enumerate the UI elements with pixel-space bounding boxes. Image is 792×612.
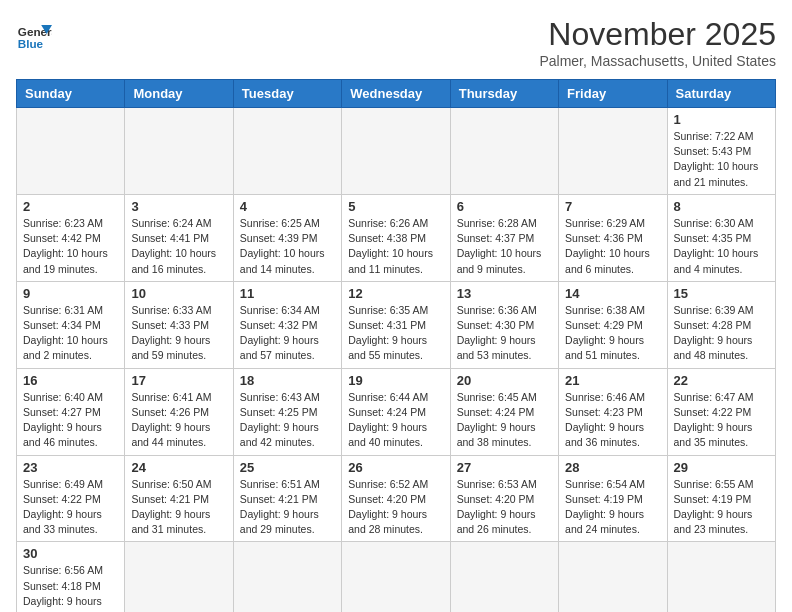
calendar-week-2: 2Sunrise: 6:23 AMSunset: 4:42 PMDaylight… bbox=[17, 194, 776, 281]
cell-content: 22Sunrise: 6:47 AMSunset: 4:22 PMDayligh… bbox=[674, 373, 769, 451]
day-number: 17 bbox=[131, 373, 226, 388]
cell-content: 29Sunrise: 6:55 AMSunset: 4:19 PMDayligh… bbox=[674, 460, 769, 538]
calendar-cell bbox=[559, 108, 667, 195]
day-number: 12 bbox=[348, 286, 443, 301]
calendar-table: SundayMondayTuesdayWednesdayThursdayFrid… bbox=[16, 79, 776, 612]
day-number: 22 bbox=[674, 373, 769, 388]
calendar-cell: 4Sunrise: 6:25 AMSunset: 4:39 PMDaylight… bbox=[233, 194, 341, 281]
day-header-monday: Monday bbox=[125, 80, 233, 108]
day-number: 3 bbox=[131, 199, 226, 214]
day-number: 2 bbox=[23, 199, 118, 214]
calendar-cell bbox=[559, 542, 667, 612]
cell-content: 28Sunrise: 6:54 AMSunset: 4:19 PMDayligh… bbox=[565, 460, 660, 538]
day-number: 26 bbox=[348, 460, 443, 475]
cell-content: 8Sunrise: 6:30 AMSunset: 4:35 PMDaylight… bbox=[674, 199, 769, 277]
calendar-cell: 27Sunrise: 6:53 AMSunset: 4:20 PMDayligh… bbox=[450, 455, 558, 542]
sun-info: Sunrise: 6:43 AMSunset: 4:25 PMDaylight:… bbox=[240, 390, 335, 451]
calendar-cell: 21Sunrise: 6:46 AMSunset: 4:23 PMDayligh… bbox=[559, 368, 667, 455]
day-number: 1 bbox=[674, 112, 769, 127]
day-number: 29 bbox=[674, 460, 769, 475]
day-number: 4 bbox=[240, 199, 335, 214]
day-header-friday: Friday bbox=[559, 80, 667, 108]
calendar-cell: 15Sunrise: 6:39 AMSunset: 4:28 PMDayligh… bbox=[667, 281, 775, 368]
day-number: 11 bbox=[240, 286, 335, 301]
sun-info: Sunrise: 6:25 AMSunset: 4:39 PMDaylight:… bbox=[240, 216, 335, 277]
calendar-cell: 2Sunrise: 6:23 AMSunset: 4:42 PMDaylight… bbox=[17, 194, 125, 281]
sun-info: Sunrise: 6:34 AMSunset: 4:32 PMDaylight:… bbox=[240, 303, 335, 364]
calendar-week-1: 1Sunrise: 7:22 AMSunset: 5:43 PMDaylight… bbox=[17, 108, 776, 195]
cell-content: 11Sunrise: 6:34 AMSunset: 4:32 PMDayligh… bbox=[240, 286, 335, 364]
day-number: 7 bbox=[565, 199, 660, 214]
day-header-sunday: Sunday bbox=[17, 80, 125, 108]
sun-info: Sunrise: 6:47 AMSunset: 4:22 PMDaylight:… bbox=[674, 390, 769, 451]
calendar-cell: 29Sunrise: 6:55 AMSunset: 4:19 PMDayligh… bbox=[667, 455, 775, 542]
sun-info: Sunrise: 6:26 AMSunset: 4:38 PMDaylight:… bbox=[348, 216, 443, 277]
cell-content: 26Sunrise: 6:52 AMSunset: 4:20 PMDayligh… bbox=[348, 460, 443, 538]
calendar-week-6: 30Sunrise: 6:56 AMSunset: 4:18 PMDayligh… bbox=[17, 542, 776, 612]
sun-info: Sunrise: 6:24 AMSunset: 4:41 PMDaylight:… bbox=[131, 216, 226, 277]
calendar-cell bbox=[450, 108, 558, 195]
cell-content: 19Sunrise: 6:44 AMSunset: 4:24 PMDayligh… bbox=[348, 373, 443, 451]
day-number: 20 bbox=[457, 373, 552, 388]
cell-content: 18Sunrise: 6:43 AMSunset: 4:25 PMDayligh… bbox=[240, 373, 335, 451]
sun-info: Sunrise: 6:54 AMSunset: 4:19 PMDaylight:… bbox=[565, 477, 660, 538]
calendar-week-3: 9Sunrise: 6:31 AMSunset: 4:34 PMDaylight… bbox=[17, 281, 776, 368]
cell-content: 14Sunrise: 6:38 AMSunset: 4:29 PMDayligh… bbox=[565, 286, 660, 364]
cell-content: 1Sunrise: 7:22 AMSunset: 5:43 PMDaylight… bbox=[674, 112, 769, 190]
cell-content: 15Sunrise: 6:39 AMSunset: 4:28 PMDayligh… bbox=[674, 286, 769, 364]
sun-info: Sunrise: 6:45 AMSunset: 4:24 PMDaylight:… bbox=[457, 390, 552, 451]
sun-info: Sunrise: 6:35 AMSunset: 4:31 PMDaylight:… bbox=[348, 303, 443, 364]
cell-content: 7Sunrise: 6:29 AMSunset: 4:36 PMDaylight… bbox=[565, 199, 660, 277]
sun-info: Sunrise: 6:31 AMSunset: 4:34 PMDaylight:… bbox=[23, 303, 118, 364]
calendar-cell bbox=[233, 542, 341, 612]
logo: General Blue bbox=[16, 16, 52, 52]
cell-content: 5Sunrise: 6:26 AMSunset: 4:38 PMDaylight… bbox=[348, 199, 443, 277]
calendar-cell: 8Sunrise: 6:30 AMSunset: 4:35 PMDaylight… bbox=[667, 194, 775, 281]
day-number: 21 bbox=[565, 373, 660, 388]
sun-info: Sunrise: 6:51 AMSunset: 4:21 PMDaylight:… bbox=[240, 477, 335, 538]
sun-info: Sunrise: 6:28 AMSunset: 4:37 PMDaylight:… bbox=[457, 216, 552, 277]
day-number: 8 bbox=[674, 199, 769, 214]
calendar-cell: 19Sunrise: 6:44 AMSunset: 4:24 PMDayligh… bbox=[342, 368, 450, 455]
sun-info: Sunrise: 6:29 AMSunset: 4:36 PMDaylight:… bbox=[565, 216, 660, 277]
calendar-cell bbox=[17, 108, 125, 195]
day-number: 24 bbox=[131, 460, 226, 475]
calendar-cell bbox=[667, 542, 775, 612]
calendar-cell: 22Sunrise: 6:47 AMSunset: 4:22 PMDayligh… bbox=[667, 368, 775, 455]
month-title: November 2025 bbox=[539, 16, 776, 53]
sun-info: Sunrise: 6:53 AMSunset: 4:20 PMDaylight:… bbox=[457, 477, 552, 538]
sun-info: Sunrise: 6:44 AMSunset: 4:24 PMDaylight:… bbox=[348, 390, 443, 451]
calendar-cell: 25Sunrise: 6:51 AMSunset: 4:21 PMDayligh… bbox=[233, 455, 341, 542]
calendar-cell: 18Sunrise: 6:43 AMSunset: 4:25 PMDayligh… bbox=[233, 368, 341, 455]
day-number: 30 bbox=[23, 546, 118, 561]
cell-content: 10Sunrise: 6:33 AMSunset: 4:33 PMDayligh… bbox=[131, 286, 226, 364]
sun-info: Sunrise: 6:46 AMSunset: 4:23 PMDaylight:… bbox=[565, 390, 660, 451]
sun-info: Sunrise: 6:50 AMSunset: 4:21 PMDaylight:… bbox=[131, 477, 226, 538]
sun-info: Sunrise: 6:30 AMSunset: 4:35 PMDaylight:… bbox=[674, 216, 769, 277]
calendar-cell: 6Sunrise: 6:28 AMSunset: 4:37 PMDaylight… bbox=[450, 194, 558, 281]
sun-info: Sunrise: 6:40 AMSunset: 4:27 PMDaylight:… bbox=[23, 390, 118, 451]
calendar-cell: 3Sunrise: 6:24 AMSunset: 4:41 PMDaylight… bbox=[125, 194, 233, 281]
cell-content: 17Sunrise: 6:41 AMSunset: 4:26 PMDayligh… bbox=[131, 373, 226, 451]
sun-info: Sunrise: 6:23 AMSunset: 4:42 PMDaylight:… bbox=[23, 216, 118, 277]
cell-content: 13Sunrise: 6:36 AMSunset: 4:30 PMDayligh… bbox=[457, 286, 552, 364]
cell-content: 3Sunrise: 6:24 AMSunset: 4:41 PMDaylight… bbox=[131, 199, 226, 277]
calendar-cell: 26Sunrise: 6:52 AMSunset: 4:20 PMDayligh… bbox=[342, 455, 450, 542]
day-header-thursday: Thursday bbox=[450, 80, 558, 108]
page-header: General Blue November 2025 Palmer, Massa… bbox=[16, 16, 776, 69]
calendar-cell: 5Sunrise: 6:26 AMSunset: 4:38 PMDaylight… bbox=[342, 194, 450, 281]
sun-info: Sunrise: 6:41 AMSunset: 4:26 PMDaylight:… bbox=[131, 390, 226, 451]
calendar-cell: 10Sunrise: 6:33 AMSunset: 4:33 PMDayligh… bbox=[125, 281, 233, 368]
cell-content: 6Sunrise: 6:28 AMSunset: 4:37 PMDaylight… bbox=[457, 199, 552, 277]
calendar-cell: 13Sunrise: 6:36 AMSunset: 4:30 PMDayligh… bbox=[450, 281, 558, 368]
calendar-cell: 7Sunrise: 6:29 AMSunset: 4:36 PMDaylight… bbox=[559, 194, 667, 281]
cell-content: 12Sunrise: 6:35 AMSunset: 4:31 PMDayligh… bbox=[348, 286, 443, 364]
day-number: 5 bbox=[348, 199, 443, 214]
logo-icon: General Blue bbox=[16, 16, 52, 52]
sun-info: Sunrise: 6:39 AMSunset: 4:28 PMDaylight:… bbox=[674, 303, 769, 364]
day-number: 9 bbox=[23, 286, 118, 301]
cell-content: 16Sunrise: 6:40 AMSunset: 4:27 PMDayligh… bbox=[23, 373, 118, 451]
day-number: 13 bbox=[457, 286, 552, 301]
sun-info: Sunrise: 6:38 AMSunset: 4:29 PMDaylight:… bbox=[565, 303, 660, 364]
cell-content: 27Sunrise: 6:53 AMSunset: 4:20 PMDayligh… bbox=[457, 460, 552, 538]
